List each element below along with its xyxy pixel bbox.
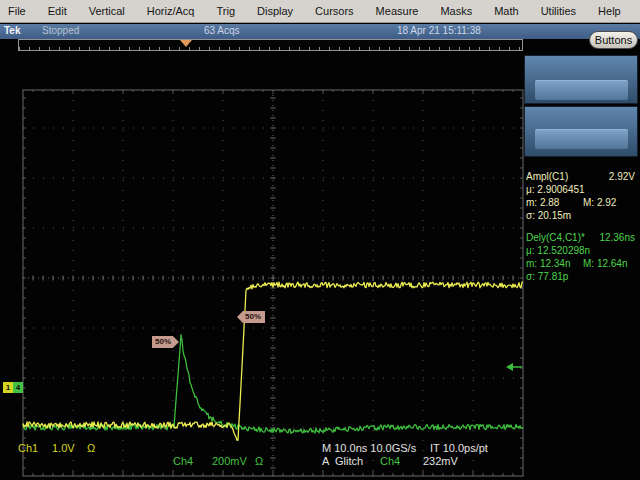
bottom-readout-row-2: Ch4 200mV Ω A Glitch Ch4 232mV xyxy=(0,455,640,468)
measurement-stddev: σ: 20.15m xyxy=(526,209,638,222)
ch4-trace xyxy=(23,335,523,434)
menu-item-edit[interactable]: Edit xyxy=(37,5,78,17)
measurement-delay[interactable]: Dely(C4,C1)* 12.36ns μ: 12.520298n m: 12… xyxy=(526,231,638,283)
trigger-mode[interactable]: A xyxy=(322,455,329,467)
trigger-source: Ch4 xyxy=(380,455,400,467)
menu-item-trig[interactable]: Trig xyxy=(205,5,246,17)
menu-item-utilities[interactable]: Utilities xyxy=(530,5,587,17)
menu-item-horiz-acq[interactable]: Horiz/Acq xyxy=(136,5,206,17)
timebase-interp: IT 10.0ps/pt xyxy=(430,442,488,454)
menu-item-cursors[interactable]: Cursors xyxy=(304,5,365,17)
side-panel-button-1[interactable] xyxy=(524,55,638,104)
menu-item-help[interactable]: Help xyxy=(587,5,632,17)
measurement-mean: μ: 2.9006451 xyxy=(526,183,638,196)
menu-item-math[interactable]: Math xyxy=(483,5,529,17)
side-panel-button-2-bar xyxy=(535,129,628,149)
ch1-trace xyxy=(23,282,523,440)
measurement-min: m: 2.88 xyxy=(526,197,559,208)
ch1-label[interactable]: Ch1 xyxy=(18,442,38,454)
side-panel-button-2[interactable] xyxy=(524,106,638,157)
ch4-coupling: Ω xyxy=(255,455,263,467)
measurement-mean: μ: 12.520298n xyxy=(526,244,638,257)
measurement-min: m: 12.34n xyxy=(526,258,570,269)
measurement-stddev: σ: 77.81p xyxy=(526,270,638,283)
menu-bar: FileEditVerticalHoriz/AcqTrigDisplayCurs… xyxy=(0,0,640,23)
ch4-ground-badge: 4 xyxy=(13,382,23,393)
acquisition-state: Stopped xyxy=(42,25,79,36)
ch1-scale[interactable]: 1.0V xyxy=(52,442,75,454)
ch4-scale[interactable]: 200mV xyxy=(212,455,247,467)
trigger-level-arrow[interactable] xyxy=(506,363,522,371)
ch1-ground-badge: 1 xyxy=(3,382,13,393)
measurement-value: 12.36ns xyxy=(599,231,635,244)
bottom-readout-row-1: Ch1 1.0V Ω M 10.0ns 10.0GS/s IT 10.0ps/p… xyxy=(0,442,640,455)
ch1-coupling: Ω xyxy=(87,442,95,454)
tek-logo: Tek xyxy=(4,25,21,36)
menu-item-masks[interactable]: Masks xyxy=(429,5,483,17)
measurement-label: Ampl(C1) xyxy=(526,171,568,182)
ch4-label[interactable]: Ch4 xyxy=(173,455,193,467)
measurement-value: 2.92V xyxy=(609,170,635,183)
trigger-level: 232mV xyxy=(423,455,458,467)
side-panel-button-1-bar xyxy=(535,80,628,100)
measurement-max: M: 12.64n xyxy=(583,257,627,270)
menu-item-measure[interactable]: Measure xyxy=(365,5,430,17)
menu-item-vertical[interactable]: Vertical xyxy=(78,5,136,17)
acquisition-count: 63 Acqs xyxy=(204,25,240,36)
record-view-bar xyxy=(18,39,523,51)
timebase-main[interactable]: M 10.0ns 10.0GS/s xyxy=(322,442,416,454)
menu-item-file[interactable]: File xyxy=(8,5,37,17)
ref-level-flag-ch1: 50% xyxy=(237,311,265,323)
measurement-label: Dely(C4,C1)* xyxy=(526,232,585,243)
trigger-type[interactable]: Glitch xyxy=(335,455,363,467)
measurement-amplitude[interactable]: Ampl(C1) 2.92V μ: 2.9006451 m: 2.88 M: 2… xyxy=(526,170,638,222)
oscilloscope-screen: FileEditVerticalHoriz/AcqTrigDisplayCurs… xyxy=(0,0,640,480)
status-bar: Tek Stopped 63 Acqs 18 Apr 21 15:11:38 xyxy=(0,24,640,39)
datetime: 18 Apr 21 15:11:38 xyxy=(397,25,481,36)
measurement-max: M: 2.92 xyxy=(583,196,616,209)
menu-item-display[interactable]: Display xyxy=(246,5,304,17)
trigger-position-marker[interactable] xyxy=(180,40,192,47)
buttons-button[interactable]: Buttons xyxy=(589,31,638,49)
